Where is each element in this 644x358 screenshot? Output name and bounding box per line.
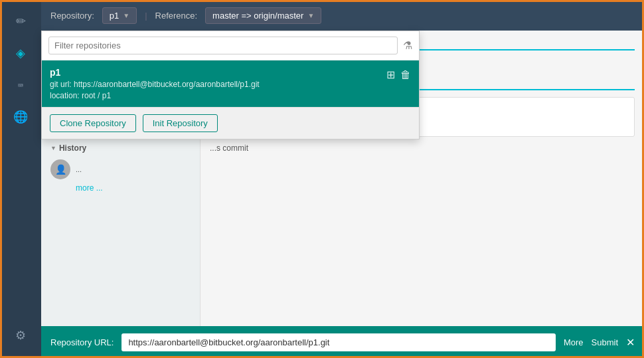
repo-git-url: git url: https://aaronbartell@bitbucket.…: [50, 80, 260, 89]
chevron-down-icon: ▼: [123, 12, 129, 19]
repo-list-item[interactable]: p1 git url: https://aaronbartell@bitbuck…: [42, 60, 419, 107]
history-triangle: ▼: [50, 145, 56, 151]
repo-item-actions: ⊞ 🗑: [386, 67, 411, 81]
globe-icon[interactable]: 🌐: [7, 104, 34, 130]
repository-value: p1: [110, 11, 119, 21]
repo-filter-input[interactable]: [48, 37, 398, 54]
history-label: History: [59, 143, 86, 153]
terminal-icon[interactable]: ⌨: [7, 72, 34, 98]
reference-label: Reference:: [155, 11, 198, 21]
sidebar: ✏ ◈ ⌨ 🌐 ⚙: [0, 0, 41, 358]
history-header[interactable]: ▼ History: [50, 143, 191, 153]
init-repository-button[interactable]: Init Repository: [143, 114, 218, 132]
repository-dropdown[interactable]: p1 ▼: [102, 7, 137, 24]
repo-bottom-bar: Clone Repository Init Repository: [42, 107, 419, 139]
reference-value: master => origin/master: [212, 11, 303, 21]
git-icon[interactable]: ◈: [7, 40, 34, 66]
history-section: ▼ History: [41, 139, 200, 157]
repo-add-icon[interactable]: ⊞: [386, 68, 395, 81]
reference-dropdown[interactable]: master => origin/master ▼: [205, 7, 321, 24]
more-button[interactable]: More: [564, 337, 584, 347]
repo-name: p1: [50, 67, 260, 78]
settings-icon[interactable]: ⚙: [7, 322, 34, 349]
chevron-down-icon: ▼: [307, 12, 314, 19]
separator: |: [145, 11, 147, 21]
repository-url-input[interactable]: [121, 333, 556, 351]
close-icon[interactable]: ✕: [626, 336, 635, 349]
submit-button[interactable]: Submit: [592, 337, 618, 347]
bottom-url-bar: Repository URL: More Submit ✕: [41, 326, 644, 358]
repo-delete-icon[interactable]: 🗑: [400, 69, 411, 81]
avatar: 👤: [50, 159, 70, 179]
repo-search-bar: ⚗: [42, 31, 419, 60]
repo-location: location: root / p1: [50, 91, 260, 100]
edit-icon[interactable]: ✏: [7, 8, 34, 35]
commit-history-item: 👤 ...: [41, 157, 200, 182]
url-bar-label: Repository URL:: [50, 337, 114, 347]
header-bar: Repository: p1 ▼ | Reference: master => …: [41, 0, 644, 31]
repo-item-info: p1 git url: https://aaronbartell@bitbuck…: [50, 67, 260, 100]
repository-dropdown-popup: ⚗ p1 git url: https://aaronbartell@bitbu…: [41, 31, 420, 139]
more-link[interactable]: more ...: [41, 182, 200, 198]
clone-repository-button[interactable]: Clone Repository: [50, 114, 136, 132]
repository-label: Repository:: [50, 11, 94, 21]
amend-commit-label: ...s commit: [210, 143, 635, 153]
commit-info: ...: [76, 165, 82, 173]
filter-icon: ⚗: [403, 39, 412, 52]
